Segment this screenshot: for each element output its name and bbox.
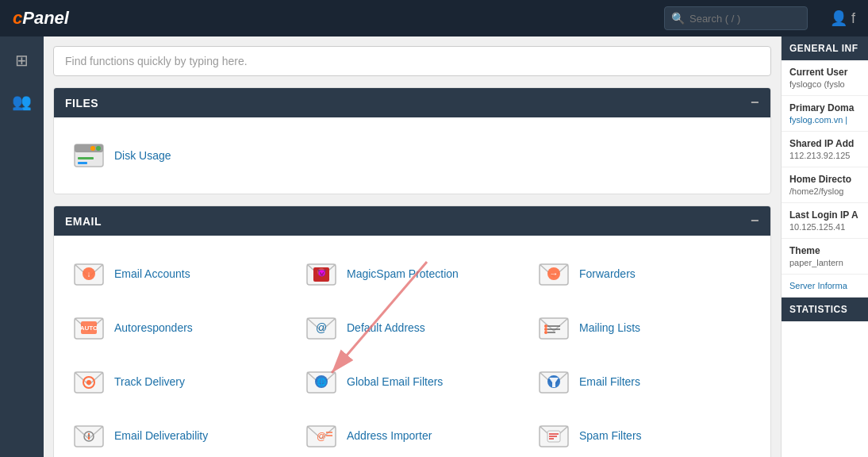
spam-filters-item[interactable]: Spam Filters [532, 410, 758, 457]
svg-point-32 [86, 380, 91, 385]
home-directory-value: /home2/fyslog [789, 186, 860, 196]
email-filters-icon [536, 364, 571, 399]
svg-point-42 [88, 435, 90, 437]
autoresponders-item[interactable]: AUTO Autoresponders [67, 302, 293, 353]
top-navigation: cPanel 🔍 👤 f [0, 0, 868, 36]
shared-ip-block: Shared IP Add 112.213.92.125 [782, 132, 868, 167]
spam-filters-icon [536, 418, 571, 453]
svg-rect-4 [78, 157, 94, 159]
address-importer-icon: @ [304, 418, 339, 453]
email-section-header: EMAIL − [54, 206, 770, 236]
email-accounts-item[interactable]: ↓ Email Accounts [67, 248, 293, 299]
email-deliverability-link[interactable]: Email Deliverability [114, 429, 208, 442]
global-email-filters-icon: 🌐 [304, 364, 339, 399]
address-importer-item[interactable]: @ Address Importer [299, 410, 525, 457]
email-filters-link[interactable]: Email Filters [579, 375, 640, 388]
general-info-header: GENERAL INF [782, 36, 868, 60]
email-collapse-button[interactable]: − [751, 213, 759, 229]
main-content-area: Find functions quickly by typing here. F… [44, 36, 781, 457]
primary-domain-value[interactable]: fyslog.com.vn | [789, 115, 860, 125]
disk-usage-icon [71, 138, 106, 173]
sidebar-users-icon[interactable]: 👥 [7, 87, 36, 116]
email-accounts-link[interactable]: Email Accounts [114, 267, 190, 280]
autoresponders-link[interactable]: Autoresponders [114, 321, 193, 334]
global-email-filters-item[interactable]: 🌐 Global Email Filters [299, 356, 525, 407]
svg-rect-5 [78, 162, 87, 164]
left-sidebar: ⊞ 👥 [0, 36, 44, 457]
email-filters-item[interactable]: Email Filters [532, 356, 758, 407]
files-section-title: FILES [65, 97, 98, 109]
find-functions-bar[interactable]: Find functions quickly by typing here. [53, 46, 771, 76]
sidebar-grid-icon[interactable]: ⊞ [10, 46, 33, 75]
magicspam-link[interactable]: MagicSpam Protection [347, 267, 459, 280]
forwarders-item[interactable]: → Forwarders [532, 248, 758, 299]
current-user-value: fyslogco (fyslo [789, 79, 860, 89]
svg-text:🌐: 🌐 [317, 377, 327, 387]
files-section-body: Disk Usage [54, 117, 770, 194]
mailing-lists-item[interactable]: Mailing Lists [532, 302, 758, 353]
svg-text:@: @ [316, 321, 327, 334]
shared-ip-value: 112.213.92.125 [789, 151, 860, 160]
current-user-block: Current User fyslogco (fyslo [782, 60, 868, 96]
svg-text:↓: ↓ [87, 270, 91, 278]
svg-point-3 [90, 146, 95, 151]
files-item-grid: Disk Usage [67, 130, 758, 181]
magicspam-item[interactable]: 😈 MagicSpam Protection [299, 248, 525, 299]
email-section-body: ↓ Email Accounts 😈 [54, 236, 770, 457]
search-icon: 🔍 [671, 12, 685, 25]
files-section-header: FILES − [54, 88, 770, 117]
theme-block: Theme paper_lantern [782, 239, 868, 275]
svg-text:@: @ [317, 431, 326, 442]
primary-domain-block: Primary Doma fyslog.com.vn | [782, 96, 868, 132]
track-delivery-item[interactable]: Track Delivery [67, 356, 293, 407]
email-deliverability-item[interactable]: Email Deliverability [67, 410, 293, 457]
global-search-box[interactable]: 🔍 [664, 6, 808, 30]
magicspam-icon: 😈 [304, 256, 339, 291]
last-login-value: 10.125.125.41 [789, 222, 860, 232]
svg-text:AUTO: AUTO [80, 325, 98, 332]
autoresponders-icon: AUTO [71, 310, 106, 345]
track-delivery-icon [71, 364, 106, 399]
svg-point-27 [544, 325, 547, 328]
disk-usage-item[interactable]: Disk Usage [67, 130, 293, 181]
shared-ip-label: Shared IP Add [789, 138, 860, 149]
email-section-title: EMAIL [65, 215, 102, 228]
main-layout: ⊞ 👥 Find functions quickly by typing her… [0, 36, 868, 457]
spam-filters-link[interactable]: Spam Filters [579, 429, 642, 442]
svg-text:→: → [549, 268, 559, 279]
cpanel-logo: cPanel [13, 8, 69, 29]
statistics-header: STATISTICS [782, 298, 868, 321]
right-panel: GENERAL INF Current User fyslogco (fyslo… [781, 36, 868, 457]
address-importer-link[interactable]: Address Importer [347, 429, 432, 442]
default-address-item[interactable]: @ Default Address [299, 302, 525, 353]
global-search-input[interactable] [689, 13, 801, 25]
theme-value: paper_lantern [789, 258, 860, 267]
svg-point-29 [544, 331, 547, 334]
svg-text:😈: 😈 [317, 268, 327, 278]
track-delivery-link[interactable]: Track Delivery [114, 375, 185, 388]
mailing-lists-icon [536, 310, 571, 345]
last-login-label: Last Login IP A [789, 209, 860, 221]
email-section: EMAIL − [53, 205, 771, 457]
disk-usage-link[interactable]: Disk Usage [114, 149, 171, 162]
email-item-grid: ↓ Email Accounts 😈 [67, 248, 758, 457]
home-directory-block: Home Directo /home2/fyslog [782, 167, 868, 203]
home-directory-label: Home Directo [789, 174, 860, 185]
svg-point-2 [96, 146, 101, 151]
current-user-label: Current User [789, 67, 860, 78]
global-email-filters-link[interactable]: Global Email Filters [347, 375, 443, 388]
theme-label: Theme [789, 245, 860, 256]
server-info-link[interactable]: Server Informa [789, 281, 860, 290]
forwarders-link[interactable]: Forwarders [579, 267, 636, 280]
server-info-block: Server Informa [782, 275, 868, 298]
mailing-lists-link[interactable]: Mailing Lists [579, 321, 640, 334]
email-accounts-icon: ↓ [71, 256, 106, 291]
svg-point-28 [544, 328, 547, 331]
primary-domain-label: Primary Doma [789, 102, 860, 113]
default-address-link[interactable]: Default Address [347, 321, 425, 334]
email-deliverability-icon [71, 418, 106, 453]
last-login-block: Last Login IP A 10.125.125.41 [782, 203, 868, 239]
files-collapse-button[interactable]: − [751, 94, 759, 111]
default-address-icon: @ [304, 310, 339, 345]
user-menu-icon[interactable]: 👤 f [830, 10, 855, 27]
